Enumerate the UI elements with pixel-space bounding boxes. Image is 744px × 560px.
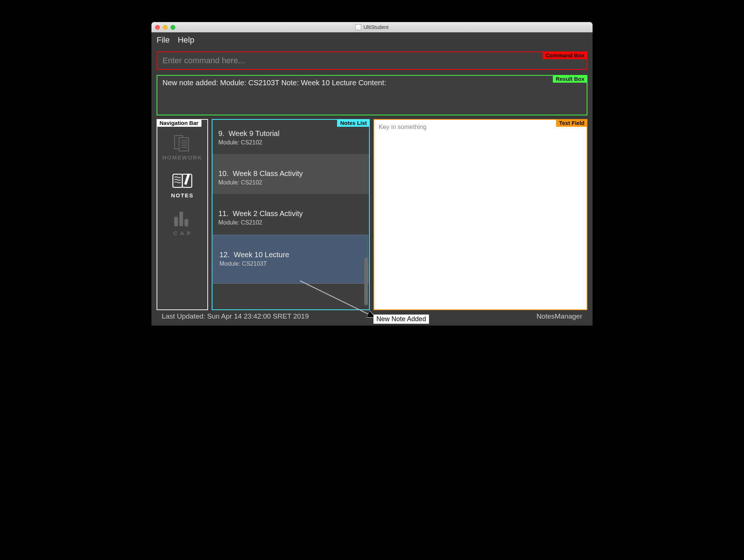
status-manager: NotesManager	[536, 312, 582, 320]
notes-scroll[interactable]: 9. Week 9 Tutorial Module: CS2102 10. We…	[212, 120, 369, 309]
command-box: Command Box	[157, 51, 587, 70]
note-title: 12. Week 10 Lecture	[219, 251, 362, 259]
result-text: New note added: Module: CS2103T Note: We…	[162, 79, 386, 87]
text-field-placeholder: Key in something	[379, 123, 426, 130]
nav-label-cap: C A P	[174, 230, 192, 236]
svg-rect-1	[179, 138, 189, 151]
svg-rect-8	[179, 212, 183, 226]
app-window: UltiStudent File Help Command Box New no…	[151, 22, 593, 326]
text-field[interactable]: Text Field Key in something	[373, 119, 587, 310]
nav-label-notes: NOTES	[171, 192, 194, 198]
cap-icon	[171, 209, 193, 229]
main-row: Navigation Bar HOMEWORK	[157, 119, 587, 310]
nav-item-homework[interactable]: HOMEWORK	[162, 133, 203, 161]
nav-label-homework: HOMEWORK	[162, 154, 203, 161]
window-title: UltiStudent	[355, 24, 389, 30]
navigation-bar: Navigation Bar HOMEWORK	[157, 119, 208, 310]
svg-rect-7	[174, 217, 178, 226]
menu-file[interactable]: File	[157, 35, 169, 45]
menu-help[interactable]: Help	[178, 35, 194, 45]
window-controls	[155, 25, 175, 30]
status-bar: Last Updated: Sun Apr 14 23:42:00 SRET 2…	[157, 310, 587, 323]
note-title: 10. Week 8 Class Activity	[218, 169, 363, 178]
nav-item-cap[interactable]: C A P	[171, 209, 193, 236]
note-module: Module: CS2103T	[219, 261, 362, 267]
close-icon[interactable]	[155, 25, 160, 30]
note-item[interactable]: 10. Week 8 Class Activity Module: CS2102	[212, 154, 369, 194]
command-box-label: Command Box	[543, 51, 587, 59]
note-module: Module: CS2102	[218, 139, 363, 146]
homework-icon	[171, 133, 193, 153]
note-title: 9. Week 9 Tutorial	[218, 129, 363, 138]
note-item-selected[interactable]: 12. Week 10 Lecture Module: CS2103T	[213, 235, 368, 284]
app-icon	[355, 24, 361, 30]
menu-bar: File Help	[151, 32, 593, 48]
notes-icon	[171, 171, 193, 191]
window-title-text: UltiStudent	[364, 24, 389, 30]
navigation-bar-label: Navigation Bar	[157, 119, 201, 127]
titlebar: UltiStudent	[151, 22, 593, 32]
maximize-icon[interactable]	[171, 25, 175, 30]
svg-rect-6	[184, 173, 190, 185]
note-module: Module: CS2102	[218, 179, 363, 186]
command-input[interactable]	[162, 56, 582, 65]
scrollbar-thumb[interactable]	[364, 258, 368, 305]
content-area: Command Box New note added: Module: CS21…	[151, 48, 593, 326]
result-box-label: Result Box	[553, 75, 587, 83]
minimize-icon[interactable]	[163, 25, 168, 30]
status-last-updated: Last Updated: Sun Apr 14 23:42:00 SRET 2…	[162, 312, 309, 320]
note-title: 11. Week 2 Class Activity	[218, 209, 363, 218]
text-field-label: Text Field	[556, 119, 587, 127]
note-item[interactable]: 11. Week 2 Class Activity Module: CS2102	[212, 194, 369, 234]
note-module: Module: CS2102	[218, 219, 363, 226]
result-box: New note added: Module: CS2103T Note: We…	[157, 75, 587, 115]
annotation-callout: New Note Added	[373, 315, 429, 324]
nav-item-notes[interactable]: NOTES	[171, 171, 194, 198]
notes-list-label: Notes List	[337, 119, 370, 127]
notes-list: Notes List 9. Week 9 Tutorial Module: CS…	[212, 119, 370, 310]
svg-rect-9	[185, 219, 188, 226]
